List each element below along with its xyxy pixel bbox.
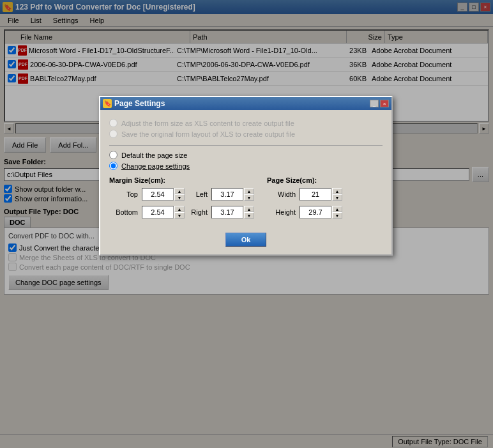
modal-title-bar: 🔖 Page Settings _ × — [100, 97, 391, 110]
page-size-section: Page Size(cm): Width 21 ▲ ▼ — [267, 176, 383, 221]
height-down-button[interactable]: ▼ — [332, 212, 342, 219]
modal-close-button[interactable]: × — [380, 100, 389, 107]
left-label: Left — [188, 190, 208, 198]
left-up-button[interactable]: ▲ — [244, 188, 254, 194]
top-label: Top — [109, 190, 138, 198]
margin-title: Margin Size(cm): — [109, 176, 254, 184]
width-down-button[interactable]: ▼ — [332, 194, 342, 201]
width-input[interactable]: 21 — [300, 188, 331, 201]
modal-overlay: 🔖 Page Settings _ × Adjust the form size… — [0, 0, 493, 448]
radio-change-label: Change page settings — [121, 162, 190, 170]
radio-save-label: Save the original form layout of XLS to … — [121, 130, 295, 138]
margin-section: Margin Size(cm): Top 2.54 ▲ ▼ Left — [109, 176, 254, 221]
bottom-label: Bottom — [109, 208, 138, 216]
radio-default-page[interactable] — [109, 151, 118, 159]
height-input[interactable]: 29.7 — [300, 206, 331, 219]
modal-footer: Ok — [100, 228, 391, 254]
right-down-button[interactable]: ▼ — [244, 212, 254, 219]
radio-save-original[interactable] — [109, 130, 118, 138]
modal-icon: 🔖 — [103, 99, 112, 108]
right-input[interactable]: 3.17 — [211, 206, 243, 219]
left-input[interactable]: 3.17 — [211, 188, 243, 201]
bottom-down-button[interactable]: ▼ — [174, 212, 185, 219]
bottom-up-button[interactable]: ▲ — [174, 206, 185, 212]
width-label: Width — [267, 190, 296, 198]
radio-adjust-form[interactable] — [109, 119, 118, 127]
modal-minimize-button[interactable]: _ — [370, 100, 379, 107]
modal-title: Page Settings — [114, 99, 165, 108]
top-down-button[interactable]: ▼ — [174, 194, 185, 201]
width-up-button[interactable]: ▲ — [332, 188, 342, 194]
radio-default-label: Default the page size — [121, 151, 187, 159]
top-input[interactable]: 2.54 — [142, 188, 174, 201]
modal-content: Adjust the form size as XLS content to c… — [100, 110, 391, 228]
height-up-button[interactable]: ▲ — [332, 206, 342, 212]
radio-adjust-label: Adjust the form size as XLS content to c… — [121, 120, 294, 127]
right-up-button[interactable]: ▲ — [244, 206, 254, 212]
right-label: Right — [188, 208, 208, 216]
left-down-button[interactable]: ▼ — [244, 194, 254, 201]
radio-change-page[interactable] — [109, 162, 118, 170]
top-up-button[interactable]: ▲ — [174, 188, 185, 194]
ok-button[interactable]: Ok — [225, 233, 267, 247]
page-settings-modal: 🔖 Page Settings _ × Adjust the form size… — [99, 96, 393, 256]
bottom-input[interactable]: 2.54 — [142, 206, 174, 219]
height-label: Height — [267, 208, 296, 216]
pagesize-title: Page Size(cm): — [267, 176, 383, 184]
